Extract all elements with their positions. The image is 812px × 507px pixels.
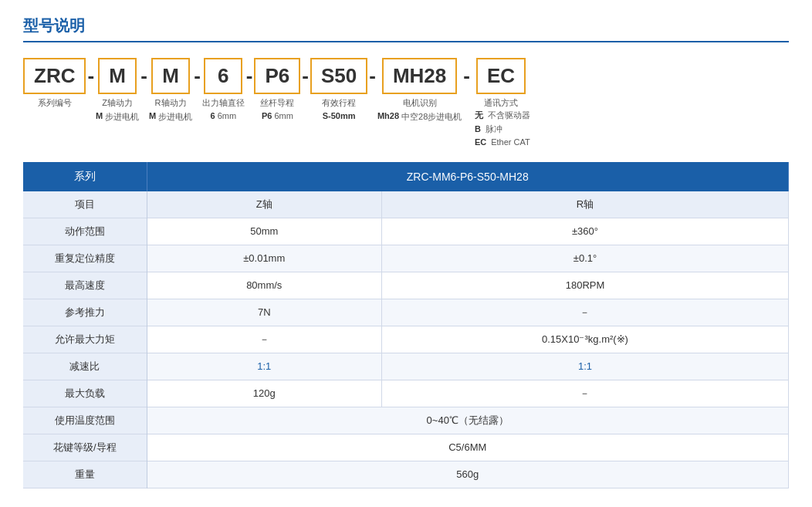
table-cell-z: 7N [147,299,381,326]
comm-option-row: 无不含驱动器 [475,109,530,123]
table-cell-merged: 0~40℃（无结露） [147,407,789,434]
table-cell-r: ±360° [381,218,788,245]
subheader-col3: R轴 [381,191,788,218]
table-cell-label: 参考推力 [23,299,147,326]
table-cell-label: 重量 [23,461,147,488]
table-body: 项目Z轴R轴动作范围50mm±360°重复定位精度±0.01mm±0.1°最高速… [23,191,789,488]
dash-separator-comm: - [462,64,472,88]
comm-option-row: ECEther CAT [475,136,530,150]
code-box-r-axis: M [151,58,190,94]
page-title: 型号说明 [23,15,789,42]
code-box-lead: P6 [254,58,300,94]
table-cell-label: 最大负载 [23,380,147,407]
code-breakdown: ZRC系列编号-MZ轴动力M步进电机-MR轴动力M步进电机-6出力轴直径66mm… [23,58,789,150]
table-cell-z: 120g [147,380,381,407]
table-row: 花键等级/导程C5/6MM [23,434,789,461]
code-box-shaft-dia: 6 [204,58,242,94]
dash-separator: - [367,64,377,88]
table-cell-label: 重复定位精度 [23,245,147,272]
table-row: 重复定位精度±0.01mm±0.1° [23,245,789,272]
code-segment-comm: EC通讯方式无不含驱动器B脉冲ECEther CAT [472,58,530,150]
table-cell-r: － [381,380,788,407]
table-cell-label: 最高速度 [23,272,147,299]
code-label-z-axis: Z轴动力 [102,97,133,109]
table-cell-z: 50mm [147,218,381,245]
table-row: 最高速度80mm/s180RPM [23,272,789,299]
code-sub-lead: P66mm [262,111,293,120]
spec-table-wrapper: 系列 ZRC-MM6-P6-S50-MH28 项目Z轴R轴动作范围50mm±36… [23,162,789,488]
table-cell-label: 花键等级/导程 [23,434,147,461]
code-segment-motor: MH28电机识别Mh28中空28步进电机 [377,58,462,123]
table-header-row: 系列 ZRC-MM6-P6-S50-MH28 [23,162,789,191]
code-label-r-axis: R轴动力 [155,97,187,109]
table-cell-r: 180RPM [381,272,788,299]
table-cell-label: 减速比 [23,353,147,380]
table-cell-z: － [147,326,381,353]
dash-separator: - [86,64,96,88]
code-label-motor: 电机识别 [403,97,437,109]
table-row: 动作范围50mm±360° [23,218,789,245]
table-row: 使用温度范围0~40℃（无结露） [23,407,789,434]
table-row: 重量560g [23,461,789,488]
code-sub-motor: Mh28中空28步进电机 [377,111,462,123]
comm-options: 无不含驱动器B脉冲ECEther CAT [475,109,530,150]
code-label-stroke: 有效行程 [322,97,356,109]
dash-separator: - [192,64,202,88]
table-cell-merged: 560g [147,461,789,488]
code-segment-lead: P6丝杆导程P66mm [254,58,300,120]
subheader-col1: 项目 [23,191,147,218]
table-cell-r: － [381,299,788,326]
code-segment-r-axis: MR轴动力M步进电机 [149,58,192,123]
table-cell-r: 1:1 [381,353,788,380]
table-cell-r: 0.15X10⁻³kg.m²(※) [381,326,788,353]
table-cell-z: 80mm/s [147,272,381,299]
spec-table: 系列 ZRC-MM6-P6-S50-MH28 项目Z轴R轴动作范围50mm±36… [23,162,789,488]
code-box-comm: EC [476,58,526,94]
code-segment-stroke: S50有效行程S-50mm [310,58,367,120]
table-row: 参考推力7N－ [23,299,789,326]
code-segment-z-axis: MZ轴动力M步进电机 [96,58,139,123]
table-cell-label: 允许最大力矩 [23,326,147,353]
header-col-model: ZRC-MM6-P6-S50-MH28 [147,162,789,191]
table-row: 允许最大力矩－0.15X10⁻³kg.m²(※) [23,326,789,353]
subheader-col2: Z轴 [147,191,381,218]
code-segment-series: ZRC系列编号 [23,58,86,109]
code-label-series: 系列编号 [38,97,72,109]
code-label-lead: 丝杆导程 [260,97,294,109]
code-label-shaft-dia: 出力轴直径 [202,97,245,109]
code-sub-stroke: S-50mm [323,111,356,120]
dash-separator: - [139,64,149,88]
table-cell-z: ±0.01mm [147,245,381,272]
table-cell-merged: C5/6MM [147,434,789,461]
table-cell-r: ±0.1° [381,245,788,272]
table-cell-label: 动作范围 [23,218,147,245]
code-label-comm: 通讯方式 [484,97,518,109]
dash-separator: - [245,64,255,88]
code-segment-shaft-dia: 6出力轴直径66mm [202,58,245,120]
dash-separator: - [300,64,310,88]
table-cell-label: 使用温度范围 [23,407,147,434]
code-box-series: ZRC [23,58,86,94]
table-row: 减速比1:11:1 [23,353,789,380]
table-subheader-row: 项目Z轴R轴 [23,191,789,218]
table-row: 最大负载120g－ [23,380,789,407]
code-box-motor: MH28 [382,58,457,94]
comm-option-row: B脉冲 [475,123,530,137]
code-box-z-axis: M [98,58,137,94]
code-sub-shaft-dia: 66mm [211,111,237,120]
table-cell-z: 1:1 [147,353,381,380]
header-col-series: 系列 [23,162,147,191]
code-sub-z-axis: M步进电机 [96,111,139,123]
code-box-stroke: S50 [310,58,367,94]
code-sub-r-axis: M步进电机 [149,111,192,123]
